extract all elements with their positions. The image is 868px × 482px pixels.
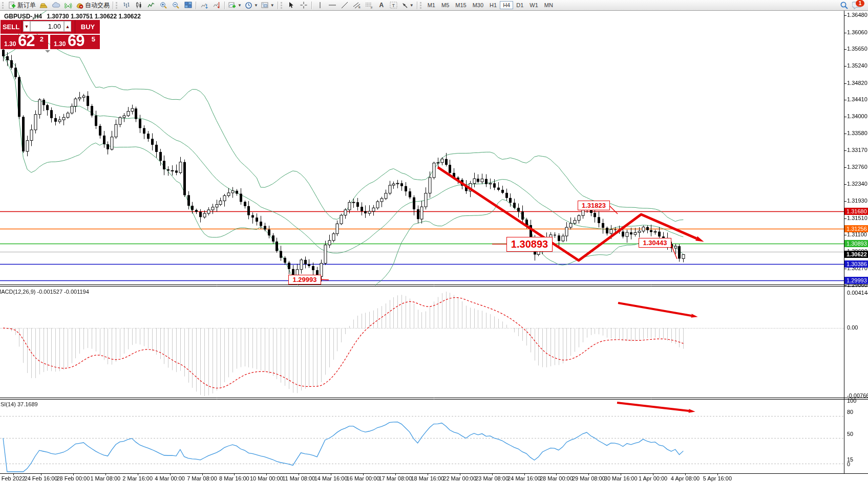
candle-chart-button[interactable] xyxy=(133,1,145,10)
tile-windows-button[interactable] xyxy=(182,1,194,10)
rsi-axis-label: 80 xyxy=(847,409,853,415)
new-order-button[interactable]: 新订单 xyxy=(7,1,37,10)
buy-price-pipette: 5 xyxy=(92,35,95,43)
notification-badge: 1 xyxy=(856,0,864,7)
fibonacci-icon: F xyxy=(365,2,373,9)
line-chart-button[interactable] xyxy=(145,1,157,10)
horizontal-line-button[interactable] xyxy=(326,1,338,10)
price-annotation: 1.30893 xyxy=(506,237,553,252)
crosshair-button[interactable] xyxy=(298,1,310,10)
toolbar-grip[interactable] xyxy=(420,2,423,9)
time-axis-label: 30 Mar 16:00 xyxy=(604,475,638,481)
timeframe-button-D1[interactable]: D1 xyxy=(513,1,526,9)
search-button[interactable] xyxy=(838,1,850,10)
macd-axis-zero: 0.00 xyxy=(847,324,858,331)
price-tick-label: 1.31930 xyxy=(847,198,867,204)
arrow-objects-icon xyxy=(401,2,408,9)
cloud-button[interactable] xyxy=(50,1,62,10)
price-level-badge: 1.29993 xyxy=(844,277,868,284)
gold-button[interactable] xyxy=(37,1,50,10)
macd-axis-max: 0.004144 xyxy=(847,290,868,296)
time-axis-label: 16 Mar 00:00 xyxy=(347,475,380,481)
zoom-in-button[interactable] xyxy=(157,1,170,10)
time-axis-label: 14 Mar 16:00 xyxy=(314,475,348,481)
toolbar-grip[interactable] xyxy=(116,2,119,9)
trade-panel-collapse-caret[interactable] xyxy=(45,50,50,53)
sell-price-prefix: 1.30 xyxy=(4,40,16,48)
rsi-label: RSI(14) 37.1689 xyxy=(0,401,38,407)
price-tick-label: 1.31100 xyxy=(847,231,867,237)
signal-icon xyxy=(65,2,72,9)
price-tick-label: 1.34000 xyxy=(847,113,867,119)
price-tick-label: 1.32760 xyxy=(847,164,867,170)
time-axis-label: 22 Mar 00:00 xyxy=(443,475,476,481)
price-annotation: 1.31823 xyxy=(578,201,610,210)
chart-ohlc-values: 1.30730 1.30751 1.30622 1.30622 xyxy=(47,13,141,20)
price-tick-label: 1.34820 xyxy=(847,80,867,86)
sell-price-button[interactable]: 1.30 62 2 xyxy=(1,35,48,49)
price-chart-canvas[interactable] xyxy=(0,0,868,482)
svg-text:T: T xyxy=(392,3,395,8)
sell-price-pipette: 2 xyxy=(40,35,44,43)
svg-text:F: F xyxy=(371,6,373,9)
toolbar-separator xyxy=(417,2,418,9)
timeframe-button-H1[interactable]: H1 xyxy=(486,1,500,9)
fibonacci-button[interactable]: F xyxy=(363,1,375,10)
auto-scroll-button[interactable] xyxy=(198,1,210,10)
cursor-button[interactable] xyxy=(285,1,298,10)
new-order-label: 新订单 xyxy=(17,1,36,10)
svg-text:E: E xyxy=(358,6,361,9)
cloud-icon xyxy=(52,2,60,9)
timeframe-button-M1[interactable]: M1 xyxy=(425,1,438,9)
timeframe-button-M15[interactable]: M15 xyxy=(452,1,469,9)
chevron-down-icon: ▼ xyxy=(410,3,414,8)
arrows-dropdown[interactable]: ▼ xyxy=(400,1,415,10)
text-icon: A xyxy=(379,2,384,9)
template-icon xyxy=(261,2,269,9)
timeframe-button-W1[interactable]: W1 xyxy=(526,1,541,9)
buy-price-button[interactable]: 1.30 69 5 xyxy=(50,35,100,49)
time-axis-label: 24 Mar 16:00 xyxy=(507,475,541,481)
price-level-badge: 1.30386 xyxy=(844,260,868,268)
time-axis-label: 11 Mar 08:00 xyxy=(282,475,315,481)
toolbar-grip[interactable] xyxy=(2,2,5,9)
bar-chart-button[interactable] xyxy=(120,1,133,10)
horizontal-line-icon xyxy=(328,2,336,9)
periods-dropdown[interactable]: ▼ xyxy=(243,1,260,10)
volume-input[interactable] xyxy=(30,21,64,32)
time-axis-label: 2 Mar 16:00 xyxy=(122,475,153,481)
timeframe-button-M5[interactable]: M5 xyxy=(438,1,452,9)
zoom-out-button[interactable] xyxy=(170,1,182,10)
vertical-line-button[interactable] xyxy=(314,1,326,10)
clock-icon xyxy=(245,2,252,9)
templates-dropdown[interactable]: ▼ xyxy=(260,1,276,10)
timeframe-button-H4[interactable]: H4 xyxy=(500,1,513,9)
rsi-axis-label: 0 xyxy=(847,461,850,467)
price-tick-label: 1.33170 xyxy=(847,147,867,153)
trendline-button[interactable] xyxy=(338,1,351,10)
signal-button[interactable] xyxy=(62,1,74,10)
vertical-line-icon xyxy=(317,2,323,9)
text-label-button[interactable]: T xyxy=(388,1,400,10)
price-tick-label: 1.33580 xyxy=(847,130,867,136)
timeframe-button-M30[interactable]: M30 xyxy=(470,1,486,9)
equidistant-channel-button[interactable]: E xyxy=(351,1,363,10)
volume-decrease-button[interactable]: ▼ xyxy=(23,21,30,32)
time-axis-label: 28 Mar 00:00 xyxy=(540,475,573,481)
toolbar: 新订单 自动交易 ▼ ▼ xyxy=(0,0,868,11)
chart-shift-button[interactable] xyxy=(210,1,223,10)
search-icon xyxy=(840,1,849,10)
text-label-icon: T xyxy=(390,2,397,9)
new-chart-dropdown[interactable]: ▼ xyxy=(227,1,243,10)
equidistant-channel-icon: E xyxy=(353,2,361,9)
price-tick-label: 1.34410 xyxy=(847,96,867,102)
text-button[interactable]: A xyxy=(375,1,388,10)
toolbar-grip[interactable] xyxy=(281,2,284,9)
cursor-arrow-icon xyxy=(288,2,294,9)
sell-price-big-digits: 62 xyxy=(18,32,34,50)
timeframe-button-MN[interactable]: MN xyxy=(541,1,556,9)
volume-increase-button[interactable]: ▲ xyxy=(64,21,71,32)
zoom-out-icon xyxy=(172,2,180,9)
autotrade-button[interactable]: 自动交易 xyxy=(74,1,111,10)
chat-button[interactable]: 1 xyxy=(852,1,863,10)
